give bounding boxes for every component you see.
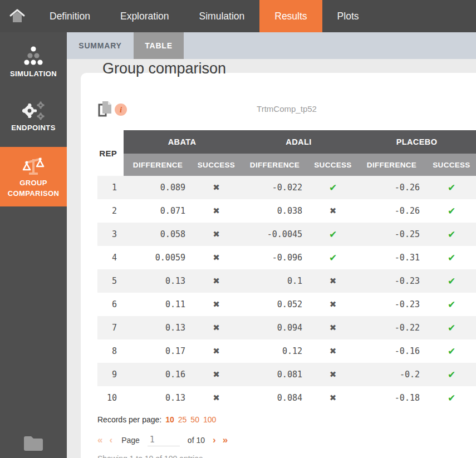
nav-item-simulation[interactable]: Simulation <box>184 0 260 32</box>
page-of-label: of 10 <box>188 436 205 445</box>
failure-cross-icon: ✖ <box>213 346 220 356</box>
success-cell: ✔ <box>426 246 476 269</box>
difference-cell: 0.17 <box>124 339 192 363</box>
tab-summary[interactable]: SUMMARY <box>67 32 134 59</box>
rep-cell: 3 <box>97 223 124 246</box>
success-cell: ✔ <box>309 223 357 246</box>
rep-cell: 2 <box>97 199 124 223</box>
failure-cross-icon: ✖ <box>213 370 220 379</box>
cluster-dots-icon <box>3 46 63 67</box>
difference-cell: 0.084 <box>241 386 309 410</box>
difference-cell: 0.16 <box>124 363 192 386</box>
difference-cell: -0.25 <box>357 223 426 246</box>
first-page-icon[interactable]: « <box>97 435 102 445</box>
rep-cell: 9 <box>97 363 124 386</box>
success-cell: ✖ <box>192 386 241 410</box>
gears-icon <box>3 100 63 121</box>
difference-cell: -0.22 <box>357 316 426 339</box>
next-page-icon[interactable]: › <box>213 435 216 445</box>
sidebar-item-label: GROUP COMPARISON <box>8 179 60 198</box>
success-cell: ✔ <box>426 269 476 293</box>
difference-cell: 0.089 <box>124 176 192 199</box>
nav-item-definition[interactable]: Definition <box>35 0 105 32</box>
success-check-icon: ✔ <box>448 323 455 333</box>
success-cell: ✖ <box>192 269 241 293</box>
difference-cell: 0.11 <box>124 293 192 316</box>
success-check-icon: ✔ <box>448 276 455 287</box>
subheader-difference: DIFFERENCE <box>241 154 309 176</box>
success-cell: ✖ <box>309 363 357 386</box>
difference-cell: -0.0045 <box>241 223 309 246</box>
difference-cell: 0.13 <box>124 316 192 339</box>
success-cell: ✔ <box>309 176 357 199</box>
records-option-10[interactable]: 10 <box>165 415 174 424</box>
success-cell: ✔ <box>426 339 476 363</box>
page-label: Page <box>121 436 140 445</box>
success-check-icon: ✔ <box>448 229 455 240</box>
entries-summary: Showing 1 to 10 of 100 entries <box>97 454 476 458</box>
success-cell: ✖ <box>309 386 357 410</box>
failure-cross-icon: ✖ <box>330 346 337 356</box>
difference-cell: 0.12 <box>241 339 309 363</box>
nav-item-exploration[interactable]: Exploration <box>105 0 184 32</box>
success-cell: ✖ <box>309 316 357 339</box>
success-cell: ✖ <box>192 246 241 269</box>
sidebar-folder-button[interactable] <box>0 435 67 455</box>
success-cell: ✔ <box>426 293 476 316</box>
failure-cross-icon: ✖ <box>330 299 337 309</box>
success-check-icon: ✔ <box>448 183 455 193</box>
difference-cell: 0.13 <box>124 269 192 293</box>
tab-table[interactable]: TABLE <box>134 32 184 59</box>
success-cell: ✔ <box>426 223 476 246</box>
rep-cell: 6 <box>97 293 124 316</box>
failure-cross-icon: ✖ <box>213 206 220 215</box>
nav-item-results[interactable]: Results <box>259 0 322 32</box>
home-button[interactable] <box>0 0 35 32</box>
records-option-50[interactable]: 50 <box>190 415 199 424</box>
last-page-icon[interactable]: » <box>223 435 228 445</box>
page-number-input[interactable] <box>148 434 180 446</box>
sidebar-item-label: SIMULATION <box>10 70 57 78</box>
difference-cell: 0.052 <box>241 293 309 316</box>
table-name: TrtmComp_tp52 <box>97 104 476 114</box>
success-cell: ✔ <box>426 386 476 410</box>
failure-cross-icon: ✖ <box>330 370 337 379</box>
failure-cross-icon: ✖ <box>330 276 337 285</box>
rep-cell: 10 <box>97 386 124 410</box>
success-cell: ✖ <box>192 363 241 386</box>
nav-item-plots[interactable]: Plots <box>322 0 374 32</box>
success-cell: ✖ <box>192 316 241 339</box>
rep-cell: 7 <box>97 316 124 339</box>
sidebar-item-simulation[interactable]: SIMULATION <box>0 40 67 85</box>
table-row: 100.13✖0.084✖-0.18✔ <box>97 386 476 410</box>
failure-cross-icon: ✖ <box>213 253 220 262</box>
difference-cell: 0.0059 <box>124 246 192 269</box>
difference-cell: -0.23 <box>357 269 426 293</box>
records-option-25[interactable]: 25 <box>178 415 187 424</box>
group-header-abata: ABATA <box>124 130 241 154</box>
records-option-100[interactable]: 100 <box>203 415 216 424</box>
success-cell: ✖ <box>192 176 241 199</box>
success-cell: ✖ <box>309 269 357 293</box>
rep-cell: 1 <box>97 176 124 199</box>
subheader-difference: DIFFERENCE <box>357 154 426 176</box>
column-header-rep: REP <box>97 130 124 176</box>
subheader-success: SUCCESS <box>426 154 476 176</box>
failure-cross-icon: ✖ <box>213 323 220 332</box>
home-icon <box>8 7 26 25</box>
difference-cell: -0.26 <box>357 176 426 199</box>
records-label: Records per page: <box>97 415 161 424</box>
results-card: i TrtmComp_tp52 REP ABATA ADALI <box>81 73 476 458</box>
success-cell: ✖ <box>192 293 241 316</box>
sidebar-item-endpoints[interactable]: ENDPOINTS <box>0 94 67 139</box>
success-cell: ✖ <box>309 199 357 223</box>
difference-cell: -0.022 <box>241 176 309 199</box>
failure-cross-icon: ✖ <box>213 299 220 309</box>
subheader-success: SUCCESS <box>309 154 357 176</box>
table-row: 20.071✖0.038✖-0.26✔ <box>97 199 476 223</box>
previous-page-icon[interactable]: ‹ <box>109 435 112 445</box>
table-row: 50.13✖0.1✖-0.23✔ <box>97 269 476 293</box>
sidebar-item-group-comparison[interactable]: GROUP COMPARISON <box>0 147 67 207</box>
table-body: 10.089✖-0.022✔-0.26✔20.071✖0.038✖-0.26✔3… <box>97 176 476 410</box>
difference-cell: -0.26 <box>357 199 426 223</box>
